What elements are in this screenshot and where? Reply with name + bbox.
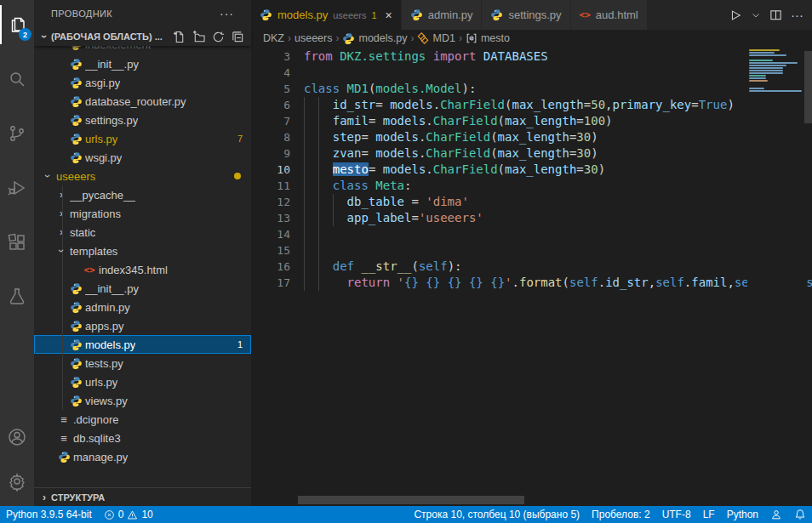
status-indentation[interactable]: Пробелов: 2 [586,506,656,523]
status-feedback[interactable] [764,506,788,523]
tree-item-static[interactable]: ›static [34,223,251,242]
code-line[interactable]: 11 class Meta: [251,178,812,194]
tree-item-index345.html[interactable]: <>index345.html [34,260,251,279]
activity-accounts[interactable] [0,418,34,457]
run-dropdown[interactable] [751,10,761,20]
code-line[interactable]: 10 mesto= models.CharField(max_length=30… [251,162,812,178]
activity-testing[interactable] [0,277,34,316]
file-tree: indexelement__init__.pyasgi.pydatabase_r… [34,46,251,466]
tree-item-database_roouter.py[interactable]: database_roouter.py [34,92,251,111]
status-eol[interactable]: LF [697,506,721,523]
activity-explorer[interactable]: 2 [0,5,34,44]
tree-item-label: settings.py [85,114,138,127]
status-cursor-position[interactable]: Строка 10, столбец 10 (выбрано 5) [408,506,586,523]
activity-run-debug[interactable] [0,168,34,207]
breadcrumb-item-models.py[interactable]: models.py [342,32,407,45]
collapse-all-icon[interactable] [232,31,244,43]
tree-item-.dcignore[interactable]: ≡.dcignore [34,410,251,429]
breadcrumb-item-MD1[interactable]: MD1 [417,32,455,44]
status-bar: Python 3.9.5 64-bit010Строка 10, столбец… [0,506,812,523]
breadcrumb-item-mesto[interactable]: mesto [466,32,510,44]
tree-item-clipped[interactable]: indexelement [34,46,251,54]
tree-item-__init__.py[interactable]: __init__.py [34,279,251,298]
tree-item-__pycache__[interactable]: ›__pycache__ [34,185,251,204]
activity-search[interactable] [0,60,34,99]
tree-item-views.py[interactable]: views.py [34,391,251,410]
tab-models.py[interactable]: models.pyuseeers1× [251,0,402,30]
status-encoding[interactable]: UTF-8 [656,506,697,523]
activity-manage[interactable] [0,462,34,501]
tree-item-migrations[interactable]: ›migrations [34,204,251,223]
indent-guide [333,194,334,226]
vertical-scrollbar[interactable] [804,51,812,123]
code-line[interactable]: 14 [251,226,812,242]
python-icon [342,32,355,45]
line-number: 9 [251,145,290,162]
tree-item-label: migrations [70,207,121,220]
activity-extensions[interactable] [0,223,34,262]
tree-item-useeers[interactable]: ›useeers [34,167,251,185]
status-language-mode[interactable]: Python [721,506,764,523]
tree-item-admin.py[interactable]: admin.py [34,298,251,316]
code-line[interactable]: 8 step= models.CharField(max_length=30) [251,129,812,145]
activity-source-control[interactable] [0,114,34,153]
status-notifications[interactable] [788,506,812,523]
tree-item-urls.py[interactable]: urls.py [34,372,251,391]
code-editor[interactable]: 3from DKZ.settings import DATABASES45cla… [251,47,812,506]
python-icon [68,46,83,51]
tab-settings.py[interactable]: settings.py [482,0,570,30]
sidebar-title-row: ПРОВОДНИК ··· [34,0,251,27]
run-button[interactable] [729,9,742,22]
tree-item-apps.py[interactable]: apps.py [34,316,251,335]
breadcrumb-item-DKZ[interactable]: DKZ [263,32,284,44]
code-line[interactable]: 17 return '{} {} {} {} {}'.format(self.i… [251,275,812,291]
minimap[interactable] [747,47,804,506]
horizontal-scrollbar[interactable] [298,496,524,504]
code-line[interactable]: 3from DKZ.settings import DATABASES [251,48,812,65]
status-problems[interactable]: 010 [98,506,159,523]
tree-item-label: index345.html [99,264,168,276]
status-python-interpreter[interactable]: Python 3.9.5 64-bit [0,506,98,523]
views-more-actions-icon[interactable]: ··· [220,7,234,20]
tree-item-wsgi.py[interactable]: wsgi.py [34,148,251,167]
code-line[interactable]: 5class MD1(models.Model): [251,81,812,97]
tree-item-db.sqlite3[interactable]: ≡db.sqlite3 [34,429,251,447]
tree-item-settings.py[interactable]: settings.py [34,111,251,129]
code-line[interactable]: 15 [251,242,812,259]
minimap-line [749,72,783,74]
code-line[interactable]: 13 app_label='useeers' [251,210,812,226]
tree-item-tests.py[interactable]: tests.py [34,354,251,372]
refresh-icon[interactable] [212,31,225,43]
status-label: UTF-8 [662,509,691,520]
breadcrumb-item-useeers[interactable]: useeers [294,32,332,44]
tree-item-label: apps.py [85,320,124,333]
tab-aud.html[interactable]: <>aud.html [571,0,648,30]
tree-item-__init__.py[interactable]: __init__.py [34,54,251,73]
chevron-down-icon: › [55,244,67,258]
workspace-section-header[interactable]: › (РАБОЧАЯ ОБЛАСТЬ) ... [34,27,251,46]
minimap-line [749,80,768,82]
tree-item-templates[interactable]: ›templates [34,242,251,260]
indent-guide [318,97,319,291]
tree-item-asgi.py[interactable]: asgi.py [34,73,251,92]
code-line[interactable]: 6 id_str= models.CharField(max_length=50… [251,97,812,113]
breadcrumb-label: MD1 [432,32,455,44]
new-file-icon[interactable] [173,31,186,43]
tree-item-urls.py[interactable]: urls.py7 [34,129,251,148]
tab-admin.py[interactable]: admin.py [402,0,483,30]
code-line[interactable]: 9 zvan= models.CharField(max_length=30) [251,145,812,162]
new-folder-icon[interactable] [192,31,205,43]
tree-item-label: db.sqlite3 [73,432,121,445]
code-line[interactable]: 7 famil= models.CharField(max_length=100… [251,113,812,129]
tree-item-manage.py[interactable]: manage.py [34,447,251,466]
close-icon[interactable]: × [386,9,392,22]
more-actions-icon[interactable]: ··· [791,8,803,22]
code-line[interactable]: 16 def __str__(self): [251,259,812,275]
tree-item-models.py[interactable]: models.py1 [34,335,251,354]
split-editor-button[interactable] [769,9,782,21]
code-line[interactable]: 4 [251,65,812,81]
editor-group: models.pyuseeers1×admin.pysettings.py<>a… [251,0,812,506]
code-line[interactable]: 12 db_table = 'dima' [251,194,812,210]
tree-indent-guide [62,298,63,316]
outline-section-header[interactable]: › СТРУКТУРА [34,487,251,506]
